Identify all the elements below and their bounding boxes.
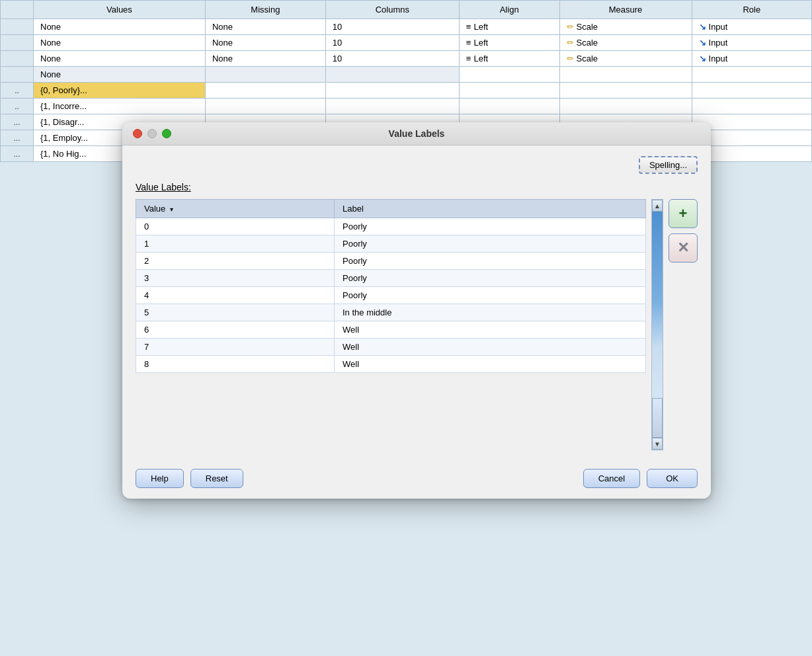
add-button[interactable]: + — [669, 199, 698, 228]
table-row: 8 — [136, 356, 335, 373]
scrollbar-track[interactable] — [652, 212, 663, 438]
scrollbar: ▲ ▼ — [651, 199, 663, 450]
modal-overlay: Value Labels Spelling... Value Labels: — [0, 0, 812, 656]
table-row: Poorly — [335, 235, 646, 253]
close-button[interactable] — [133, 129, 142, 138]
dialog-body: Spelling... Value Labels: Value ▾ Lab — [122, 145, 711, 461]
section-label: Value Labels: — [136, 182, 698, 192]
table-row: In the middle — [335, 304, 646, 321]
table-row: Well — [335, 321, 646, 339]
scrollbar-thumb[interactable] — [652, 398, 663, 438]
col-label-header: Label — [335, 200, 646, 218]
table-row: 6 — [136, 321, 335, 339]
minimize-button[interactable] — [147, 129, 157, 138]
sort-arrow-icon: ▾ — [170, 206, 173, 213]
table-row: 3 — [136, 270, 335, 287]
dialog-titlebar: Value Labels — [122, 122, 711, 145]
table-row: Poorly — [335, 253, 646, 270]
table-row: Well — [335, 339, 646, 356]
table-row: 0 — [136, 218, 335, 235]
reset-button[interactable]: Reset — [190, 469, 243, 488]
table-row: Well — [335, 356, 646, 373]
scroll-down-button[interactable]: ▼ — [652, 438, 663, 450]
footer-left-buttons: Help Reset — [136, 469, 243, 488]
table-row: 1 — [136, 235, 335, 253]
table-row: 7 — [136, 339, 335, 356]
value-labels-dialog: Value Labels Spelling... Value Labels: — [122, 122, 711, 499]
table-row: 2 — [136, 253, 335, 270]
table-row: Poorly — [335, 218, 646, 235]
help-button[interactable]: Help — [136, 469, 184, 488]
value-labels-table: Value ▾ Label 0Poorly1Poorly2Poorly3Poor… — [136, 199, 646, 373]
dialog-footer: Help Reset Cancel OK — [122, 461, 711, 499]
table-row: 5 — [136, 304, 335, 321]
spelling-button[interactable]: Spelling... — [639, 156, 698, 174]
table-row: Poorly — [335, 270, 646, 287]
dialog-title: Value Labels — [389, 128, 445, 139]
footer-right-buttons: Cancel OK — [583, 469, 698, 488]
maximize-button[interactable] — [162, 129, 171, 138]
side-buttons: + ✕ — [669, 199, 698, 263]
cancel-button[interactable]: Cancel — [583, 469, 640, 488]
remove-button[interactable]: ✕ — [669, 233, 698, 263]
ok-button[interactable]: OK — [647, 469, 698, 488]
table-container: Value ▾ Label 0Poorly1Poorly2Poorly3Poor… — [136, 199, 698, 450]
window-controls — [133, 129, 171, 138]
spelling-btn-row: Spelling... — [136, 156, 698, 174]
table-row: Poorly — [335, 287, 646, 304]
table-row: 4 — [136, 287, 335, 304]
col-value-header: Value ▾ — [136, 200, 335, 218]
scroll-up-button[interactable]: ▲ — [652, 200, 663, 212]
